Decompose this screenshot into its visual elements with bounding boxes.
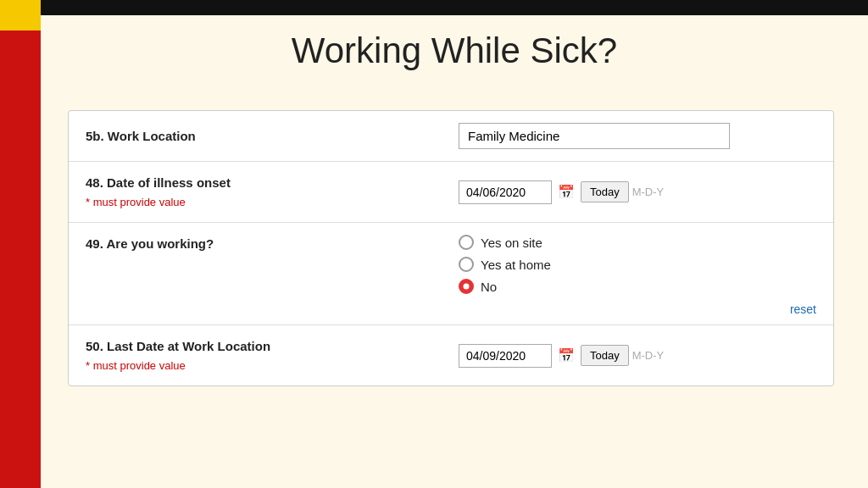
last-date-input[interactable] xyxy=(459,344,552,368)
radio-no-label: No xyxy=(481,280,497,294)
work-location-input[interactable] xyxy=(459,123,730,149)
sidebar-yellow xyxy=(0,0,41,30)
radio-yes-at-home[interactable]: Yes at home xyxy=(459,257,551,272)
reset-row: reset xyxy=(69,299,833,324)
radio-yes-on-site-circle xyxy=(459,235,474,250)
work-location-label: 5b. Work Location xyxy=(86,127,459,145)
top-bar xyxy=(0,0,868,15)
radio-no-circle xyxy=(459,279,474,294)
illness-onset-calendar-icon[interactable]: 📅 xyxy=(555,181,577,203)
working-label: 49. Are you working? xyxy=(86,235,459,252)
left-sidebar xyxy=(0,0,41,488)
working-radio-group: Yes on site Yes at home No xyxy=(459,235,551,294)
radio-no[interactable]: No xyxy=(459,279,551,294)
radio-yes-on-site[interactable]: Yes on site xyxy=(459,235,551,250)
radio-yes-on-site-label: Yes on site xyxy=(481,236,542,250)
working-row: 49. Are you working? Yes on site Yes at … xyxy=(69,223,833,299)
sidebar-red xyxy=(0,30,41,488)
illness-onset-row: 48. Date of illness onset * must provide… xyxy=(69,162,833,223)
radio-yes-at-home-label: Yes at home xyxy=(481,258,551,272)
last-date-today-button[interactable]: Today xyxy=(581,345,629,366)
form-container: 5b. Work Location 48. Date of illness on… xyxy=(68,110,834,386)
illness-onset-today-button[interactable]: Today xyxy=(581,181,629,202)
work-location-row: 5b. Work Location xyxy=(69,111,833,162)
last-date-error: * must provide value xyxy=(86,358,459,374)
illness-onset-error: * must provide value xyxy=(86,195,459,210)
working-control: Yes on site Yes at home No xyxy=(459,235,816,294)
illness-onset-date-input[interactable] xyxy=(459,180,552,204)
last-date-control: 📅 Today M-D-Y xyxy=(459,344,816,368)
reset-link[interactable]: reset xyxy=(790,302,816,316)
working-section: 49. Are you working? Yes on site Yes at … xyxy=(69,223,833,325)
illness-onset-control: 📅 Today M-D-Y xyxy=(459,180,816,204)
last-date-mdy-label: M-D-Y xyxy=(632,349,665,362)
illness-onset-mdy-label: M-D-Y xyxy=(632,186,665,198)
page-title: Working While Sick? xyxy=(41,19,868,83)
illness-onset-label: 48. Date of illness onset * must provide… xyxy=(86,174,459,210)
last-date-calendar-icon[interactable]: 📅 xyxy=(555,345,577,367)
last-date-label: 50. Last Date at Work Location * must pr… xyxy=(86,337,459,374)
last-date-row: 50. Last Date at Work Location * must pr… xyxy=(69,325,833,385)
work-location-control xyxy=(459,123,816,149)
radio-yes-at-home-circle xyxy=(459,257,474,272)
